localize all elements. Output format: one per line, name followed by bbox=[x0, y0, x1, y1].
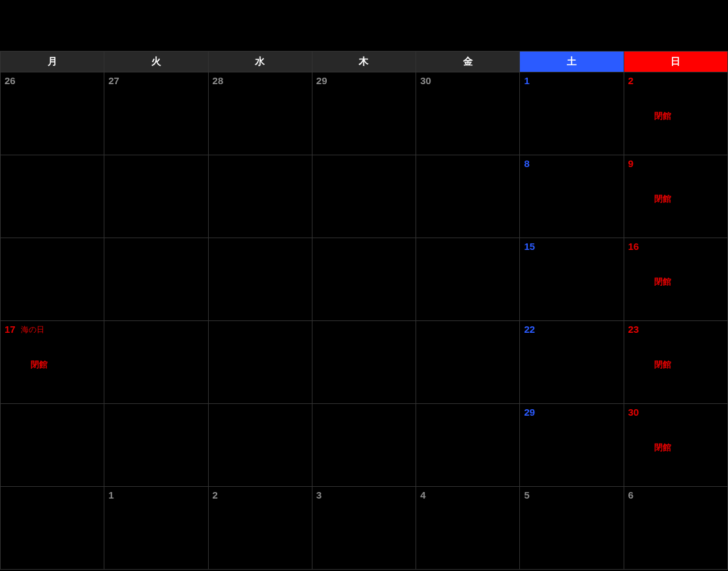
day-number: 28 bbox=[213, 75, 224, 86]
day-number: 29 bbox=[524, 407, 535, 418]
day-cell[interactable]: 1 bbox=[520, 72, 624, 155]
event-closed: 閉館 bbox=[654, 110, 671, 122]
day-number: 1 bbox=[108, 489, 114, 501]
header-thu: 木 bbox=[312, 52, 416, 72]
day-cell[interactable]: 4 bbox=[416, 487, 520, 570]
week-row: 26 27 28 29 30 1 2 閉館 bbox=[0, 72, 728, 155]
day-cell[interactable] bbox=[1, 404, 104, 487]
day-cell[interactable]: 6 bbox=[624, 487, 728, 570]
week-row: 1 2 3 4 5 6 bbox=[0, 487, 728, 570]
day-cell[interactable] bbox=[416, 155, 520, 238]
header-sun: 日 bbox=[624, 52, 728, 72]
day-number: 3 bbox=[316, 489, 322, 501]
day-cell[interactable]: 9 閉館 bbox=[624, 155, 728, 238]
day-cell[interactable] bbox=[104, 404, 208, 487]
day-cell[interactable]: 3 bbox=[312, 487, 416, 570]
day-cell[interactable]: 1 bbox=[104, 487, 208, 570]
header-wed: 水 bbox=[209, 52, 312, 72]
header-sat: 土 bbox=[520, 52, 624, 72]
day-cell[interactable]: 2 bbox=[209, 487, 312, 570]
day-cell[interactable]: 2 閉館 bbox=[624, 72, 728, 155]
day-cell[interactable] bbox=[104, 321, 208, 404]
day-cell[interactable] bbox=[104, 155, 208, 238]
day-cell[interactable] bbox=[1, 155, 104, 238]
event-closed: 閉館 bbox=[654, 442, 671, 454]
day-cell[interactable]: 27 bbox=[104, 72, 208, 155]
day-number: 26 bbox=[5, 75, 16, 86]
day-cell[interactable]: 15 bbox=[520, 238, 624, 321]
event-closed: 閉館 bbox=[654, 193, 671, 205]
day-cell[interactable]: 5 bbox=[520, 487, 624, 570]
day-cell[interactable] bbox=[209, 155, 312, 238]
header-mon: 月 bbox=[1, 52, 104, 72]
day-cell[interactable] bbox=[1, 238, 104, 321]
day-cell[interactable]: 28 bbox=[209, 72, 312, 155]
week-row: 15 16 閉館 bbox=[0, 238, 728, 321]
week-row: 29 30 閉館 bbox=[0, 404, 728, 487]
day-number: 15 bbox=[524, 241, 535, 252]
day-cell[interactable]: 26 bbox=[1, 72, 104, 155]
day-cell[interactable]: 8 bbox=[520, 155, 624, 238]
day-cell[interactable] bbox=[209, 404, 312, 487]
event-closed: 閉館 bbox=[654, 276, 671, 288]
day-number: 23 bbox=[628, 324, 639, 335]
day-cell[interactable] bbox=[209, 238, 312, 321]
day-cell[interactable]: 22 bbox=[520, 321, 624, 404]
week-row: 8 9 閉館 bbox=[0, 155, 728, 238]
header-fri: 金 bbox=[416, 52, 520, 72]
day-cell[interactable] bbox=[416, 238, 520, 321]
day-cell[interactable] bbox=[416, 321, 520, 404]
day-number: 30 bbox=[628, 407, 639, 418]
day-cell[interactable]: 16 閉館 bbox=[624, 238, 728, 321]
event-closed: 閉館 bbox=[654, 359, 671, 371]
day-number: 1 bbox=[524, 75, 529, 86]
day-number: 29 bbox=[316, 75, 327, 86]
day-cell[interactable] bbox=[104, 238, 208, 321]
day-cell[interactable]: 29 bbox=[312, 72, 416, 155]
day-number: 27 bbox=[108, 75, 119, 86]
day-cell[interactable]: 17 海の日 閉館 bbox=[1, 321, 104, 404]
day-number: 5 bbox=[524, 489, 529, 501]
day-number: 9 bbox=[628, 158, 633, 169]
day-cell[interactable]: 29 bbox=[520, 404, 624, 487]
day-cell[interactable] bbox=[1, 487, 104, 570]
day-number: 8 bbox=[524, 158, 529, 169]
day-number: 2 bbox=[628, 75, 633, 86]
day-number: 17 bbox=[5, 324, 16, 335]
day-cell[interactable] bbox=[312, 155, 416, 238]
day-cell[interactable] bbox=[312, 404, 416, 487]
day-cell[interactable] bbox=[209, 321, 312, 404]
week-row: 17 海の日 閉館 22 23 閉館 bbox=[0, 321, 728, 404]
day-cell[interactable]: 30 閉館 bbox=[624, 404, 728, 487]
day-cell[interactable]: 30 bbox=[416, 72, 520, 155]
day-number: 16 bbox=[628, 241, 639, 252]
day-number: 2 bbox=[213, 489, 218, 501]
calendar-header-row: 月 火 水 木 金 土 日 bbox=[0, 51, 728, 72]
day-cell[interactable] bbox=[312, 238, 416, 321]
header-tue: 火 bbox=[104, 52, 208, 72]
calendar: 月 火 水 木 金 土 日 26 27 28 29 30 1 2 閉館 8 9 … bbox=[0, 0, 728, 570]
day-number: 6 bbox=[628, 489, 633, 501]
event-closed: 閉館 bbox=[31, 359, 48, 371]
day-number: 30 bbox=[420, 75, 431, 86]
day-number: 22 bbox=[524, 324, 535, 335]
day-cell[interactable] bbox=[416, 404, 520, 487]
day-cell[interactable]: 23 閉館 bbox=[624, 321, 728, 404]
day-number: 4 bbox=[420, 489, 425, 501]
holiday-name: 海の日 bbox=[21, 325, 44, 334]
day-cell[interactable] bbox=[312, 321, 416, 404]
